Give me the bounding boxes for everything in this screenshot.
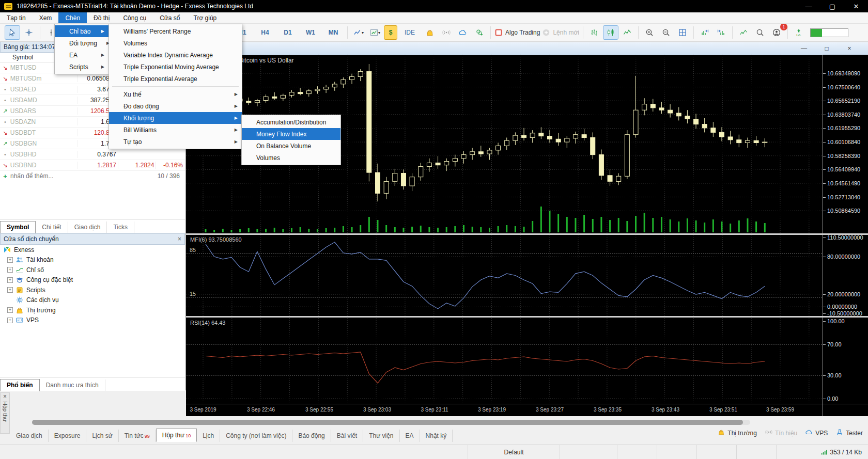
- menu-item-Williams' Percent Range[interactable]: Williams' Percent Range: [109, 25, 242, 37]
- tile-windows-button[interactable]: [675, 25, 690, 40]
- ide-button[interactable]: IDE: [398, 25, 421, 40]
- navigator-close-icon[interactable]: ×: [178, 235, 181, 243]
- zoom-in-button[interactable]: [642, 25, 657, 40]
- toolbox-side-tab[interactable]: × Hộp thư: [0, 392, 10, 434]
- menu-item-Triple Exponential Moving Average[interactable]: Triple Exponential Moving Average: [109, 61, 242, 73]
- menubar-item-Đồ thị[interactable]: Đồ thị: [87, 12, 116, 23]
- search-button[interactable]: [752, 25, 768, 40]
- menu-item-Chỉ báo[interactable]: Chỉ báo▶: [55, 25, 109, 37]
- timeframe-button-W1[interactable]: W1: [300, 25, 321, 40]
- minimize-button[interactable]: —: [797, 0, 820, 12]
- toolbox-tab-Giao dịch[interactable]: Giao dịch: [10, 430, 49, 442]
- rsi-indicator-pane[interactable]: [187, 318, 823, 405]
- bar-chart-style-button[interactable]: [586, 25, 602, 40]
- toolbox-tab-Hộp thư[interactable]: Hộp thư10: [156, 429, 197, 442]
- toolbox-tab-Lịch[interactable]: Lịch: [197, 430, 220, 442]
- market-watch-row-USDBND[interactable]: ↘USDBND1.28171.2824-0.16%: [0, 160, 185, 171]
- lvl-button[interactable]: LVL: [791, 25, 807, 40]
- expand-icon[interactable]: +: [7, 287, 13, 293]
- menu-item-Money Flow Index[interactable]: Money Flow Index: [242, 128, 340, 140]
- menubar-item-Cửa sổ[interactable]: Cửa sổ: [153, 12, 187, 23]
- auto-scroll-button[interactable]: [714, 25, 729, 40]
- market-watch-add-row[interactable]: + nhấn để thêm... 10 / 396: [0, 171, 185, 181]
- notifications-button[interactable]: 1: [769, 25, 784, 40]
- menu-item-Tự tạo[interactable]: Tự tạo▶: [109, 136, 242, 148]
- menubar-item-Tạp tin[interactable]: Tạp tin: [0, 12, 33, 23]
- menu-item-Volumes[interactable]: Volumes: [242, 152, 340, 164]
- expand-icon[interactable]: +: [7, 267, 13, 273]
- menu-item-Accumulation/Distribution[interactable]: Accumulation/Distribution: [242, 116, 340, 128]
- timeframe-button-D1[interactable]: D1: [277, 25, 299, 40]
- navigator-item-Exness[interactable]: Exness: [0, 245, 185, 255]
- toolbox-shortcut-Thị trường[interactable]: Thị trường: [718, 429, 757, 437]
- close-button[interactable]: ✕: [844, 0, 868, 12]
- menu-item-Triple Exponential Average[interactable]: Triple Exponential Average: [109, 73, 242, 85]
- navigator-item-Scripts[interactable]: +Scripts: [0, 285, 185, 295]
- toolbox-tab-Tin tức[interactable]: Tin tức99: [119, 430, 156, 442]
- navigator-header[interactable]: Cửa sổ dịch chuyển ×: [0, 233, 185, 245]
- deposit-button[interactable]: $: [384, 25, 397, 40]
- toolbox-tab-Nhật ký[interactable]: Nhật ký: [420, 430, 453, 442]
- toolbox-tab-Báo động[interactable]: Báo động: [292, 430, 331, 442]
- toolbox-tab-Thư viện[interactable]: Thư viện: [363, 430, 399, 442]
- menu-item-Khối lượng[interactable]: Khối lượng▶: [109, 112, 242, 124]
- copy-trading-button[interactable]: [472, 25, 487, 40]
- toolbox-tab-Bài viết[interactable]: Bài viết: [331, 430, 363, 442]
- timeframe-button-H4[interactable]: H4: [254, 25, 276, 40]
- candle-chart-style-button[interactable]: [603, 25, 618, 40]
- market-watch-tab-Ticks[interactable]: Ticks: [107, 221, 134, 233]
- menubar-item-Công cụ[interactable]: Công cụ: [116, 12, 153, 23]
- expand-icon[interactable]: +: [7, 318, 13, 323]
- menu-item-Đối tượng[interactable]: Đối tượng▶: [55, 37, 109, 49]
- toolbox-tab-Exposure[interactable]: Exposure: [49, 430, 87, 442]
- new-order-button[interactable]: Lệnh mới: [541, 25, 580, 40]
- menubar-item-Xem[interactable]: Xem: [33, 12, 59, 23]
- chart-shift-button[interactable]: [697, 25, 712, 40]
- line-chart-style-button[interactable]: [619, 25, 635, 40]
- side-tab-close-icon[interactable]: ×: [3, 393, 7, 400]
- timeframe-button-MN[interactable]: MN: [322, 25, 344, 40]
- time-axis[interactable]: 3 Sep 20193 Sep 22:463 Sep 22:553 Sep 23…: [187, 405, 823, 416]
- toolbox-shortcut-Tester[interactable]: Tester: [836, 429, 863, 437]
- navigator-item-Các dịch vụ[interactable]: Các dịch vụ: [0, 295, 185, 306]
- zoom-out-button[interactable]: [658, 25, 674, 40]
- chart-maximize-button[interactable]: □: [815, 45, 838, 52]
- menu-item-Bill Williams[interactable]: Bill Williams▶: [109, 124, 242, 136]
- toolbox-scrollbar[interactable]: [32, 420, 750, 425]
- chart-titlebar[interactable]: —□×: [186, 42, 868, 55]
- chart-template-button[interactable]: ▾: [367, 25, 383, 40]
- mfi-indicator-pane[interactable]: [187, 235, 823, 318]
- crosshair-tool-button[interactable]: [21, 25, 37, 40]
- maximize-button[interactable]: ▢: [820, 0, 844, 12]
- menu-item-Đo dao động[interactable]: Đo dao động▶: [109, 100, 242, 112]
- expand-icon[interactable]: +: [7, 257, 13, 263]
- market-watch-row-USDBHD[interactable]: •USDBHD0.3767: [0, 149, 185, 160]
- menu-item-Volumes[interactable]: Volumes: [109, 37, 242, 49]
- market-watch-tab-Chi tiết[interactable]: Chi tiết: [36, 221, 68, 233]
- cursor-tool-button[interactable]: [5, 25, 20, 40]
- chart-close-button[interactable]: ×: [838, 45, 861, 52]
- expand-icon[interactable]: +: [7, 307, 13, 313]
- navigator-item-Tài khoản[interactable]: +Tài khoản: [0, 255, 185, 265]
- algo-trading-button[interactable]: Algo Trading: [494, 25, 540, 40]
- signals-button[interactable]: [439, 25, 454, 40]
- market-watch-tab-Symbol[interactable]: Symbol: [0, 221, 36, 233]
- menu-item-Xu thế[interactable]: Xu thế▶: [109, 88, 242, 100]
- navigator-tab-Danh mục ưa thích[interactable]: Danh mục ưa thích: [40, 379, 105, 391]
- toolbox-shortcut-VPS[interactable]: VPS: [805, 429, 828, 437]
- market-button[interactable]: [422, 25, 438, 40]
- line-studies-button[interactable]: ▾: [351, 25, 366, 40]
- navigator-item-Chỉ số[interactable]: +Chỉ số: [0, 265, 185, 275]
- expand-icon[interactable]: +: [7, 277, 13, 283]
- toolbox-shortcut-Tín hiệu[interactable]: Tín hiệu: [765, 429, 797, 437]
- navigator-item-Công cụ đặc biệt[interactable]: +Công cụ đặc biệt: [0, 275, 185, 286]
- pane-splitter[interactable]: [186, 233, 868, 235]
- navigator-item-VPS[interactable]: +VPS: [0, 315, 185, 326]
- pane-splitter[interactable]: [186, 316, 868, 318]
- market-watch-tab-Giao dịch[interactable]: Giao dịch: [68, 221, 107, 233]
- chart-minimize-button[interactable]: —: [793, 45, 815, 52]
- toolbox-tab-Lịch sử[interactable]: Lịch sử: [86, 430, 118, 442]
- menu-item-Variable Index Dynamic Average[interactable]: Variable Index Dynamic Average: [109, 49, 242, 61]
- menubar-item-Chèn[interactable]: Chèn: [58, 12, 87, 23]
- toolbox-tab-Công ty (nơi làm việc)[interactable]: Công ty (nơi làm việc): [220, 430, 292, 442]
